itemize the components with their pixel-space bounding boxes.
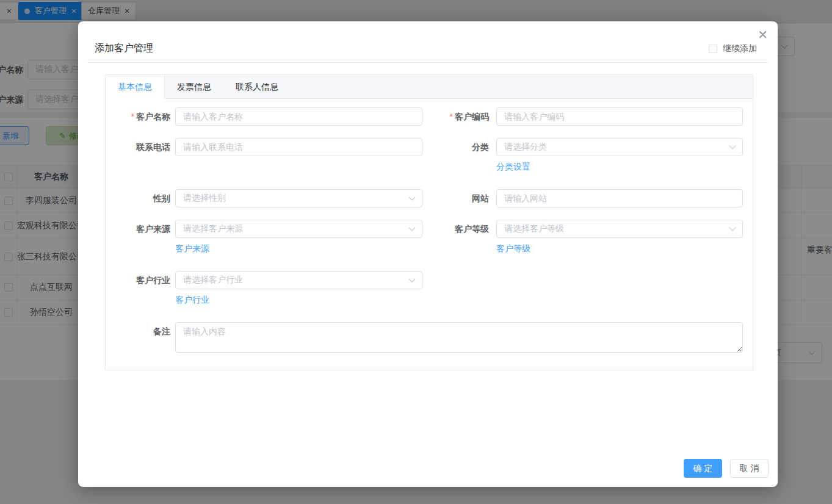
customer-name-label: *客户名称 <box>106 107 175 126</box>
placeholder-text: 请选择客户等级 <box>504 223 564 234</box>
tab-basic-info[interactable]: 基本信息 <box>106 75 165 99</box>
required-mark: * <box>131 112 134 121</box>
cancel-button[interactable]: 取 消 <box>730 459 769 478</box>
gender-label: 性别 <box>106 189 175 207</box>
source-label: 客户来源 <box>106 220 175 253</box>
customer-code-input[interactable] <box>496 107 743 126</box>
tab-invoice-info[interactable]: 发票信息 <box>165 75 223 98</box>
industry-settings-link[interactable]: 客户行业 <box>175 295 209 304</box>
chevron-down-icon <box>408 224 415 231</box>
category-settings-link[interactable]: 分类设置 <box>496 162 530 171</box>
form-tabs-header: 基本信息 发票信息 联系人信息 <box>106 75 753 99</box>
modal-title: 添加客户管理 <box>95 42 153 55</box>
website-input[interactable] <box>496 189 743 207</box>
confirm-button[interactable]: 确 定 <box>684 459 722 478</box>
modal-header: 添加客户管理 继续添加 <box>87 21 769 63</box>
continue-add-checkbox[interactable]: 继续添加 <box>709 43 757 54</box>
chevron-down-icon <box>729 142 736 149</box>
level-label: 客户等级 <box>422 220 496 253</box>
modal-footer: 确 定 取 消 <box>684 459 769 478</box>
industry-select[interactable]: 请选择客户行业 <box>175 271 422 289</box>
chevron-down-icon <box>729 224 736 231</box>
tab-contact-info[interactable]: 联系人信息 <box>223 75 291 98</box>
checkbox-icon[interactable] <box>709 45 717 53</box>
phone-label: 联系电话 <box>106 138 175 171</box>
add-customer-modal: ✕ 添加客户管理 继续添加 基本信息 发票信息 联系人信息 *客户名称 <box>78 21 778 487</box>
remark-textarea[interactable] <box>175 322 743 353</box>
placeholder-text: 请选择分类 <box>504 142 547 153</box>
customer-code-label: *客户编码 <box>422 107 496 126</box>
level-settings-link[interactable]: 客户等级 <box>496 243 530 253</box>
placeholder-text: 请选择客户来源 <box>183 223 243 234</box>
continue-add-label: 继续添加 <box>723 43 757 54</box>
category-label: 分类 <box>422 138 496 171</box>
chevron-down-icon <box>408 193 415 200</box>
customer-name-input[interactable] <box>175 107 422 126</box>
app-root: × 客户管理 × 仓库管理 × 客户名称 请输入客户名称 客户来源 请选择客户来… <box>0 0 832 504</box>
placeholder-text: 请选择客户行业 <box>183 275 243 286</box>
form-tabs-container: 基本信息 发票信息 联系人信息 *客户名称 *客户编码 <box>105 74 753 370</box>
website-label: 网站 <box>422 189 496 207</box>
industry-label: 客户行业 <box>106 271 175 304</box>
source-select[interactable]: 请选择客户来源 <box>175 220 422 238</box>
category-select[interactable]: 请选择分类 <box>496 138 743 156</box>
level-select[interactable]: 请选择客户等级 <box>496 220 743 238</box>
basic-info-form: *客户名称 *客户编码 联系电话 分类 <box>106 99 753 355</box>
chevron-down-icon <box>408 275 415 282</box>
remark-label: 备注 <box>106 322 175 355</box>
required-mark: * <box>450 112 453 121</box>
source-settings-link[interactable]: 客户来源 <box>175 243 209 253</box>
gender-select[interactable]: 请选择性别 <box>175 189 422 207</box>
phone-input[interactable] <box>175 138 422 156</box>
placeholder-text: 请选择性别 <box>183 193 226 204</box>
